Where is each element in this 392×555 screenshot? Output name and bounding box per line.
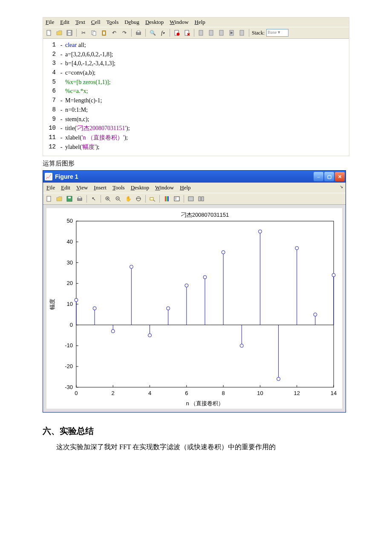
dock-arrow-icon[interactable]: ↘	[340, 184, 343, 189]
figmenu-insert[interactable]: Insert	[94, 184, 107, 191]
step-in-icon[interactable]	[207, 29, 216, 37]
figmenu-file[interactable]: File	[46, 184, 55, 191]
close-button[interactable]: ✕	[335, 172, 345, 181]
svg-rect-43	[202, 197, 204, 201]
svg-rect-3	[68, 33, 71, 35]
svg-point-32	[136, 197, 141, 201]
code-line: 3-b=[4,0,-1,2,-3,4,1,3];	[43, 59, 349, 68]
code-line: 6 %c=a.*x;	[43, 87, 349, 96]
new-figure-icon[interactable]	[45, 195, 53, 203]
svg-point-93	[185, 284, 188, 287]
save-icon[interactable]	[65, 29, 74, 37]
svg-text:10: 10	[257, 390, 263, 396]
figure-title: Figure 1	[55, 173, 313, 180]
svg-point-81	[75, 299, 78, 302]
exit-debug-icon[interactable]	[238, 29, 246, 37]
figmenu-edit[interactable]: Edit	[61, 184, 70, 191]
svg-rect-36	[166, 196, 167, 201]
step-out-icon[interactable]	[217, 29, 226, 37]
section-heading: 六、实验总结	[43, 425, 349, 437]
svg-rect-22	[68, 197, 71, 198]
run-icon[interactable]	[228, 29, 236, 37]
svg-rect-41	[188, 197, 193, 201]
figmenu-desktop[interactable]: Desktop	[131, 184, 149, 191]
pointer-icon[interactable]: ↖	[89, 195, 98, 203]
colorbar-icon[interactable]	[162, 195, 171, 203]
svg-text:0: 0	[75, 390, 78, 396]
svg-point-105	[295, 247, 299, 250]
datacursor-icon[interactable]	[148, 195, 157, 203]
figmenu-help[interactable]: Help	[180, 184, 190, 191]
svg-point-107	[314, 313, 317, 317]
stack-label: Stack:	[252, 30, 265, 36]
copy-icon[interactable]	[89, 29, 98, 37]
new-file-icon[interactable]	[45, 29, 53, 37]
svg-rect-7	[103, 32, 105, 35]
svg-point-95	[203, 276, 207, 279]
open-file-icon[interactable]	[55, 29, 63, 37]
svg-rect-35	[165, 196, 166, 201]
paste-icon[interactable]	[100, 29, 108, 37]
figure-menu-bar: FileEditViewInsertToolsDesktopWindowHelp…	[43, 183, 346, 193]
matlab-figure-icon: 📈	[45, 173, 52, 180]
svg-text:6: 6	[185, 390, 188, 396]
svg-rect-9	[137, 31, 140, 32]
svg-text:14: 14	[331, 390, 337, 396]
menu-text[interactable]: Text	[75, 19, 85, 26]
svg-rect-42	[199, 197, 201, 201]
editor-toolbar: ✂ ↶ ↷ 🔍 f▾ Stack: Base ▾	[43, 27, 349, 39]
print-figure-icon[interactable]	[75, 195, 84, 203]
figure-window: 📈 Figure 1 – ▢ ✕ FileEditViewInsertTools…	[43, 170, 346, 413]
svg-rect-20	[47, 196, 51, 201]
legend-icon[interactable]	[173, 195, 181, 203]
svg-rect-16	[209, 30, 213, 35]
code-line: 5 %x=[b zeros(1,1)];	[43, 78, 349, 87]
svg-text:0: 0	[70, 322, 73, 328]
svg-text:幅度: 幅度	[49, 299, 55, 310]
menu-help[interactable]: Help	[195, 19, 205, 26]
menu-cell[interactable]: Cell	[91, 19, 101, 26]
figure-title-bar[interactable]: 📈 Figure 1 – ▢ ✕	[43, 171, 346, 183]
redo-icon[interactable]: ↷	[120, 29, 129, 37]
menu-edit[interactable]: Edit	[60, 19, 69, 26]
breakpoint-clear-icon[interactable]	[183, 29, 191, 37]
find-icon[interactable]: 🔍	[148, 29, 157, 37]
function-icon[interactable]: f▾	[159, 29, 167, 37]
rotate3d-icon[interactable]	[134, 195, 143, 203]
maximize-button[interactable]: ▢	[324, 172, 334, 181]
zoom-out-icon[interactable]	[114, 195, 122, 203]
print-icon[interactable]	[134, 29, 143, 37]
open-figure-icon[interactable]	[55, 195, 63, 203]
cut-icon[interactable]: ✂	[79, 29, 88, 37]
svg-rect-37	[167, 196, 169, 201]
figmenu-view[interactable]: View	[76, 184, 88, 191]
zoom-in-icon[interactable]	[104, 195, 112, 203]
stack-select[interactable]: Base ▾	[266, 29, 288, 37]
pan-icon[interactable]: ✋	[124, 195, 133, 203]
svg-rect-33	[150, 198, 153, 200]
figmenu-tools[interactable]: Tools	[112, 184, 125, 191]
menu-tools[interactable]: Tools	[107, 19, 119, 26]
figmenu-window[interactable]: Window	[155, 184, 174, 191]
svg-point-103	[277, 378, 280, 381]
svg-rect-38	[174, 197, 179, 201]
svg-point-87	[130, 265, 133, 269]
save-figure-icon[interactable]	[65, 195, 74, 203]
svg-text:40: 40	[66, 238, 72, 245]
step-icon[interactable]	[197, 29, 205, 37]
minimize-button[interactable]: –	[314, 172, 323, 181]
menu-file[interactable]: File	[46, 19, 54, 26]
hide-tools-icon[interactable]	[187, 195, 195, 203]
show-tools-icon[interactable]	[197, 195, 205, 203]
figure-caption: 运算后图形	[43, 160, 349, 168]
axes[interactable]: -30-20-100102030405002468101214刁杰2008070…	[46, 208, 342, 409]
svg-point-109	[332, 273, 335, 277]
breakpoint-set-icon[interactable]	[173, 29, 181, 37]
menu-debug[interactable]: Debug	[124, 19, 139, 26]
code-line: 1-clear all;	[43, 41, 349, 50]
menu-window[interactable]: Window	[170, 19, 188, 26]
svg-point-83	[93, 307, 96, 310]
undo-icon[interactable]: ↶	[110, 29, 118, 37]
code-editor[interactable]: 1-clear all;2-a=[3,2,0,6,0,2,-1,8];3-b=[…	[43, 39, 349, 156]
menu-desktop[interactable]: Desktop	[145, 19, 164, 26]
